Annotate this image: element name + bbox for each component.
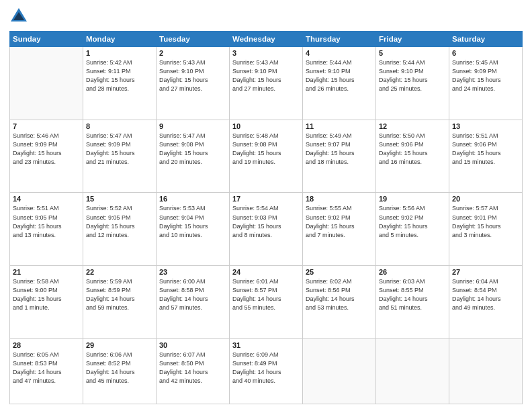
logo-icon [9,7,28,26]
day-number: 9 [159,122,226,130]
day-number: 15 [86,195,153,203]
calendar-cell: 23Sunrise: 6:00 AM Sunset: 8:58 PM Dayli… [157,266,230,339]
day-info: Sunrise: 5:55 AM Sunset: 9:02 PM Dayligh… [306,204,373,239]
page: Sunday Monday Tuesday Wednesday Thursday… [0,0,532,411]
day-number: 24 [232,268,300,276]
day-info: Sunrise: 6:03 AM Sunset: 8:55 PM Dayligh… [379,277,446,312]
calendar-cell [376,338,449,404]
calendar-cell: 7Sunrise: 5:46 AM Sunset: 9:09 PM Daylig… [10,120,83,193]
day-number: 13 [452,122,519,130]
calendar-cell: 31Sunrise: 6:09 AM Sunset: 8:49 PM Dayli… [230,338,303,404]
day-info: Sunrise: 5:44 AM Sunset: 9:10 PM Dayligh… [379,58,446,93]
calendar-cell: 15Sunrise: 5:52 AM Sunset: 9:05 PM Dayli… [83,193,157,266]
calendar-cell: 6Sunrise: 5:45 AM Sunset: 9:09 PM Daylig… [449,47,523,120]
calendar-table: Sunday Monday Tuesday Wednesday Thursday… [9,31,523,404]
calendar-cell: 2Sunrise: 5:43 AM Sunset: 9:10 PM Daylig… [157,47,230,120]
calendar-cell: 5Sunrise: 5:44 AM Sunset: 9:10 PM Daylig… [376,47,449,120]
day-info: Sunrise: 6:07 AM Sunset: 8:50 PM Dayligh… [159,351,226,385]
day-info: Sunrise: 5:48 AM Sunset: 9:08 PM Dayligh… [232,132,300,167]
calendar-cell: 18Sunrise: 5:55 AM Sunset: 9:02 PM Dayli… [303,193,376,266]
calendar-cell: 28Sunrise: 6:05 AM Sunset: 8:53 PM Dayli… [10,338,83,404]
day-info: Sunrise: 6:04 AM Sunset: 8:54 PM Dayligh… [452,277,519,312]
day-number: 16 [159,195,226,203]
calendar-cell: 14Sunrise: 5:51 AM Sunset: 9:05 PM Dayli… [10,193,83,266]
day-number: 30 [159,341,226,349]
day-info: Sunrise: 5:45 AM Sunset: 9:09 PM Dayligh… [452,58,519,93]
calendar-cell: 19Sunrise: 5:56 AM Sunset: 9:02 PM Dayli… [376,193,449,266]
day-number: 2 [159,49,226,57]
calendar-cell: 1Sunrise: 5:42 AM Sunset: 9:11 PM Daylig… [83,47,157,120]
calendar-cell: 17Sunrise: 5:54 AM Sunset: 9:03 PM Dayli… [230,193,303,266]
header-monday: Monday [83,32,157,47]
calendar-cell [449,338,523,404]
header-sunday: Sunday [10,32,83,47]
header-tuesday: Tuesday [157,32,230,47]
calendar-cell: 26Sunrise: 6:03 AM Sunset: 8:55 PM Dayli… [376,266,449,339]
day-number: 1 [86,49,153,57]
day-info: Sunrise: 5:50 AM Sunset: 9:06 PM Dayligh… [379,132,446,167]
day-number: 18 [306,195,373,203]
day-number: 22 [86,268,153,276]
day-number: 19 [379,195,446,203]
day-info: Sunrise: 5:59 AM Sunset: 8:59 PM Dayligh… [86,277,153,312]
day-info: Sunrise: 5:42 AM Sunset: 9:11 PM Dayligh… [86,58,153,93]
day-info: Sunrise: 6:01 AM Sunset: 8:57 PM Dayligh… [232,277,300,312]
day-info: Sunrise: 5:52 AM Sunset: 9:05 PM Dayligh… [86,204,153,239]
day-info: Sunrise: 5:43 AM Sunset: 9:10 PM Dayligh… [232,58,300,93]
calendar-cell: 24Sunrise: 6:01 AM Sunset: 8:57 PM Dayli… [230,266,303,339]
header-thursday: Thursday [303,32,376,47]
calendar-cell: 27Sunrise: 6:04 AM Sunset: 8:54 PM Dayli… [449,266,523,339]
day-number: 29 [86,341,153,349]
day-info: Sunrise: 5:51 AM Sunset: 9:05 PM Dayligh… [13,204,80,239]
calendar-cell [10,47,83,120]
day-number: 8 [86,122,153,130]
day-info: Sunrise: 5:44 AM Sunset: 9:10 PM Dayligh… [306,58,373,93]
day-number: 20 [452,195,519,203]
calendar-cell: 3Sunrise: 5:43 AM Sunset: 9:10 PM Daylig… [230,47,303,120]
calendar-cell: 30Sunrise: 6:07 AM Sunset: 8:50 PM Dayli… [157,338,230,404]
day-number: 25 [306,268,373,276]
day-number: 7 [13,122,80,130]
day-number: 31 [232,341,300,349]
day-number: 21 [13,268,80,276]
day-info: Sunrise: 6:00 AM Sunset: 8:58 PM Dayligh… [159,277,226,312]
day-number: 11 [306,122,373,130]
day-number: 14 [13,195,80,203]
weekday-header-row: Sunday Monday Tuesday Wednesday Thursday… [10,32,523,47]
day-number: 28 [13,341,80,349]
logo [9,7,31,26]
day-info: Sunrise: 5:58 AM Sunset: 9:00 PM Dayligh… [13,277,80,312]
header-wednesday: Wednesday [230,32,303,47]
day-number: 4 [306,49,373,57]
day-number: 10 [232,122,300,130]
calendar-cell: 16Sunrise: 5:53 AM Sunset: 9:04 PM Dayli… [157,193,230,266]
calendar-cell: 10Sunrise: 5:48 AM Sunset: 9:08 PM Dayli… [230,120,303,193]
calendar-cell: 29Sunrise: 6:06 AM Sunset: 8:52 PM Dayli… [83,338,157,404]
calendar-cell: 13Sunrise: 5:51 AM Sunset: 9:06 PM Dayli… [449,120,523,193]
day-info: Sunrise: 6:06 AM Sunset: 8:52 PM Dayligh… [86,351,153,385]
day-info: Sunrise: 6:09 AM Sunset: 8:49 PM Dayligh… [232,351,300,385]
day-number: 26 [379,268,446,276]
day-number: 23 [159,268,226,276]
day-number: 5 [379,49,446,57]
day-number: 6 [452,49,519,57]
calendar-cell: 21Sunrise: 5:58 AM Sunset: 9:00 PM Dayli… [10,266,83,339]
calendar-cell [303,338,376,404]
day-info: Sunrise: 5:53 AM Sunset: 9:04 PM Dayligh… [159,204,226,239]
day-number: 3 [232,49,300,57]
calendar-cell: 8Sunrise: 5:47 AM Sunset: 9:09 PM Daylig… [83,120,157,193]
day-number: 27 [452,268,519,276]
day-info: Sunrise: 5:54 AM Sunset: 9:03 PM Dayligh… [232,204,300,239]
day-number: 12 [379,122,446,130]
header-friday: Friday [376,32,449,47]
calendar-cell: 4Sunrise: 5:44 AM Sunset: 9:10 PM Daylig… [303,47,376,120]
day-info: Sunrise: 5:46 AM Sunset: 9:09 PM Dayligh… [13,132,80,167]
day-info: Sunrise: 5:57 AM Sunset: 9:01 PM Dayligh… [452,204,519,239]
calendar-cell: 12Sunrise: 5:50 AM Sunset: 9:06 PM Dayli… [376,120,449,193]
calendar-cell: 22Sunrise: 5:59 AM Sunset: 8:59 PM Dayli… [83,266,157,339]
day-info: Sunrise: 5:49 AM Sunset: 9:07 PM Dayligh… [306,132,373,167]
calendar-cell: 9Sunrise: 5:47 AM Sunset: 9:08 PM Daylig… [157,120,230,193]
day-info: Sunrise: 6:05 AM Sunset: 8:53 PM Dayligh… [13,351,80,385]
header [9,7,523,26]
day-info: Sunrise: 5:47 AM Sunset: 9:08 PM Dayligh… [159,132,226,167]
